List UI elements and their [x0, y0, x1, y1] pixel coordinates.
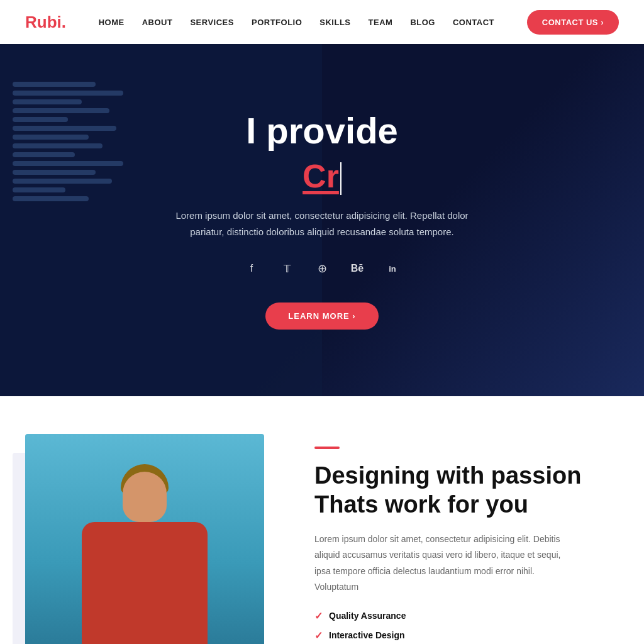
- social-icons: f 𝕋 ⊕ Bē in: [158, 257, 486, 280]
- facebook-icon[interactable]: f: [240, 257, 263, 280]
- logo-highlight: R: [25, 13, 37, 31]
- about-feature-item: ✓Interactive Design: [314, 630, 619, 641]
- person-body: [82, 522, 208, 644]
- nav-link-about[interactable]: ABOUT: [142, 18, 173, 27]
- hero-code-lines: [13, 82, 151, 201]
- code-line: [13, 117, 68, 122]
- code-line: [13, 126, 116, 131]
- code-line: [13, 143, 103, 148]
- about-accent-bar: [314, 447, 340, 449]
- code-line: [13, 187, 65, 192]
- code-line: [13, 108, 109, 113]
- nav-link-team[interactable]: TEAM: [369, 18, 393, 27]
- about-image-wrapper: [25, 434, 277, 644]
- hero-section: I provide Cr Lorem ipsum dolor sit amet,…: [0, 44, 644, 396]
- nav-link-portfolio[interactable]: PORTFOLIO: [252, 18, 302, 27]
- nav-links: HOMEABOUTSERVICESPORTFOLIOSKILLSTEAMBLOG…: [99, 16, 494, 28]
- about-description: Lorem ipsum dolor sit amet, consectetur …: [314, 531, 579, 595]
- nav-link-home[interactable]: HOME: [99, 18, 125, 27]
- contact-us-button[interactable]: CONTACT US ›: [527, 10, 619, 35]
- hero-description: Lorem ipsum dolor sit amet, consectetur …: [158, 208, 486, 240]
- code-line: [13, 135, 89, 140]
- code-line: [13, 170, 96, 175]
- person-figure: [25, 434, 264, 644]
- hero-typed-text: Cr: [158, 157, 486, 195]
- check-icon: ✓: [314, 610, 323, 622]
- twitter-icon[interactable]: 𝕋: [275, 257, 298, 280]
- about-heading: Designing with passion Thats work for yo…: [314, 462, 619, 519]
- nav-link-services[interactable]: SERVICES: [190, 18, 234, 27]
- navbar: Rubi. HOMEABOUTSERVICESPORTFOLIOSKILLSTE…: [0, 0, 644, 44]
- about-section: Designing with passion Thats work for yo…: [0, 396, 644, 644]
- about-feature-item: ✓Quality Assurance: [314, 610, 619, 622]
- code-line: [13, 82, 96, 87]
- nav-link-contact[interactable]: CONTACT: [453, 18, 494, 27]
- code-line: [13, 179, 112, 184]
- nav-link-skills[interactable]: SKILLS: [319, 18, 350, 27]
- code-line: [13, 91, 123, 96]
- feature-label: Interactive Design: [329, 630, 405, 640]
- dribbble-icon[interactable]: ⊕: [311, 257, 333, 280]
- hero-title: I provide: [158, 111, 486, 151]
- linkedin-icon[interactable]: in: [381, 257, 404, 280]
- code-line: [13, 152, 75, 157]
- feature-label: Quality Assurance: [329, 611, 406, 621]
- code-line: [13, 161, 123, 166]
- about-features: ✓Quality Assurance✓Interactive Design: [314, 610, 619, 641]
- code-line: [13, 196, 89, 201]
- about-image: [25, 434, 264, 644]
- about-text: Designing with passion Thats work for yo…: [314, 434, 619, 644]
- hero-content: I provide Cr Lorem ipsum dolor sit amet,…: [146, 98, 498, 342]
- code-line: [13, 99, 82, 104]
- nav-link-blog[interactable]: BLOG: [410, 18, 435, 27]
- learn-more-button[interactable]: LEARN MORE ›: [265, 303, 378, 330]
- behance-icon[interactable]: Bē: [346, 257, 369, 280]
- logo[interactable]: Rubi.: [25, 13, 66, 32]
- logo-rest: ubi.: [37, 13, 66, 31]
- person-head: [123, 472, 167, 522]
- check-icon: ✓: [314, 630, 323, 641]
